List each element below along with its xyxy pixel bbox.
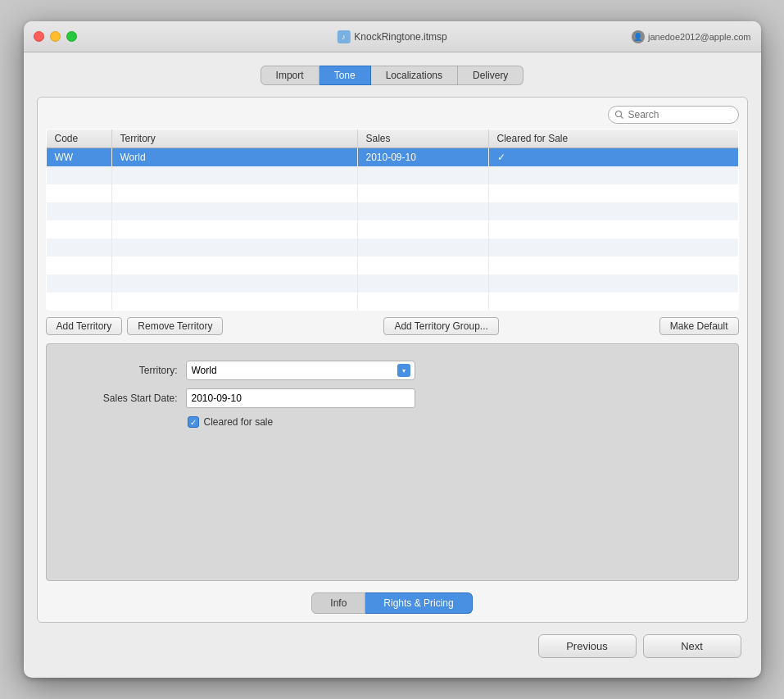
bottom-tab-bar: Info Rights & Pricing — [46, 592, 739, 614]
table-row-empty-3 — [46, 202, 738, 220]
window-title: ♪ KnockRingtone.itmsp — [337, 30, 446, 43]
table-row-empty-5 — [46, 238, 738, 256]
traffic-lights — [34, 31, 77, 42]
table-row-empty-6 — [46, 256, 738, 275]
table-row[interactable]: WW World 2010-09-10 ✓ — [46, 148, 738, 166]
next-button[interactable]: Next — [643, 634, 741, 658]
add-territory-group-button[interactable]: Add Territory Group... — [383, 317, 499, 335]
cleared-row: ✓ Cleared for sale — [188, 416, 722, 428]
main-window: ♪ KnockRingtone.itmsp 👤 janedoe2012@appl… — [24, 21, 761, 678]
tab-localizations[interactable]: Localizations — [371, 66, 458, 85]
sales-date-label: Sales Start Date: — [63, 393, 178, 404]
remove-territory-button[interactable]: Remove Territory — [127, 317, 223, 335]
detail-panel: Territory: World ▾ Sales Start Date: ✓ — [46, 343, 739, 581]
territory-select[interactable]: World — [186, 361, 415, 380]
table-row-empty-4 — [46, 220, 738, 238]
territory-select-wrapper: World ▾ — [186, 361, 415, 380]
nav-row: Previous Next — [37, 623, 748, 665]
sales-date-input[interactable] — [186, 388, 415, 408]
main-panel: Code Territory Sales Cleared for Sale WW… — [37, 97, 748, 623]
action-row: Add Territory Remove Territory Add Terri… — [46, 317, 739, 335]
table-row-empty-8 — [46, 293, 738, 311]
sales-date-row: Sales Start Date: — [63, 388, 722, 408]
territory-table: Code Territory Sales Cleared for Sale WW… — [46, 129, 739, 311]
minimize-button[interactable] — [50, 31, 61, 42]
previous-button[interactable]: Previous — [538, 634, 637, 658]
col-territory: Territory — [111, 129, 357, 148]
cell-code: WW — [46, 148, 111, 166]
tab-delivery[interactable]: Delivery — [458, 66, 523, 85]
col-cleared: Cleared for Sale — [488, 129, 738, 148]
col-sales: Sales — [357, 129, 488, 148]
table-row-empty-2 — [46, 184, 738, 202]
file-icon: ♪ — [337, 30, 350, 43]
content-area: Import Tone Localizations Delivery Code … — [24, 52, 761, 678]
tab-import[interactable]: Import — [261, 66, 319, 85]
titlebar: ♪ KnockRingtone.itmsp 👤 janedoe2012@appl… — [24, 21, 761, 52]
cell-sales: 2010-09-10 — [357, 148, 488, 166]
col-code: Code — [46, 129, 111, 148]
search-row — [46, 106, 739, 124]
cleared-check: ✓ — [497, 152, 505, 163]
maximize-button[interactable] — [66, 31, 77, 42]
add-territory-button[interactable]: Add Territory — [46, 317, 123, 335]
cleared-checkbox[interactable]: ✓ — [188, 416, 199, 428]
make-default-button[interactable]: Make Default — [659, 317, 739, 335]
close-button[interactable] — [34, 31, 44, 42]
cell-cleared: ✓ — [488, 148, 738, 166]
search-input[interactable] — [608, 106, 739, 124]
table-header-row: Code Territory Sales Cleared for Sale — [46, 129, 738, 148]
table-row-empty-7 — [46, 275, 738, 293]
user-avatar: 👤 — [632, 30, 645, 43]
table-row-empty-1 — [46, 166, 738, 184]
tab-tone[interactable]: Tone — [319, 66, 371, 85]
cell-territory: World — [111, 148, 357, 166]
tab-bar: Import Tone Localizations Delivery — [37, 66, 748, 85]
cleared-label: Cleared for sale — [204, 416, 274, 428]
territory-row: Territory: World ▾ — [63, 361, 722, 380]
tab-info[interactable]: Info — [311, 592, 365, 614]
territory-label: Territory: — [63, 365, 178, 376]
tab-rights-pricing[interactable]: Rights & Pricing — [365, 592, 472, 614]
user-account: 👤 janedoe2012@apple.com — [632, 30, 751, 43]
